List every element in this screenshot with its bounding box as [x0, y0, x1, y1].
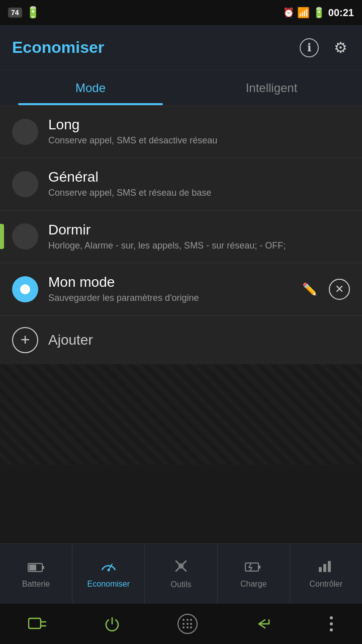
battery-icon: 🔋 [26, 6, 40, 19]
status-right: ⏰ 📶 🔋 00:21 [283, 7, 354, 19]
item-text-long: Long Conserve appel, SMS et désactive ré… [48, 117, 350, 146]
settings-button[interactable]: ⚙ [331, 38, 350, 57]
app-bar: Economiser ℹ ⚙ [0, 25, 362, 70]
svg-point-17 [330, 622, 333, 625]
tab-intelligent[interactable]: Intelligent [181, 70, 362, 105]
back-button[interactable] [28, 617, 46, 631]
item-text-mon-mode: Mon mode Sauvegarder les paramètres d'or… [48, 274, 299, 304]
item-title-general: Général [48, 169, 350, 185]
nav-item-charge[interactable]: Charge [218, 544, 290, 604]
nav-item-controler[interactable]: Contrôler [290, 544, 362, 604]
home-grid [183, 619, 193, 629]
empty-area [0, 364, 362, 465]
back-arrow-button[interactable] [254, 617, 272, 631]
item-subtitle-mon-mode: Sauvegarder les paramètres d'origine [48, 292, 299, 304]
item-text-general: Général Conserve appel, SMS et réseau de… [48, 169, 350, 199]
gear-icon: ⚙ [334, 39, 347, 56]
item-text-dormir: Dormir Horloge, Alarme - sur, les appels… [48, 222, 350, 252]
nav-item-outils[interactable]: Outils [145, 544, 217, 604]
svg-rect-11 [323, 564, 326, 572]
item-subtitle-long: Conserve appel, SMS et désactive réseau [48, 135, 350, 146]
svg-rect-9 [258, 566, 260, 569]
charge-nav-icon [245, 559, 262, 577]
add-circle-icon: + [12, 327, 38, 353]
nav-item-economiser[interactable]: Economiser [72, 544, 145, 604]
status-left: 74 🔋 [8, 6, 40, 19]
green-accent [0, 224, 4, 249]
tabs: Mode Intelligent [0, 70, 362, 106]
item-subtitle-general: Conserve appel, SMS et réseau de base [48, 187, 350, 199]
mode-list: Long Conserve appel, SMS et désactive ré… [0, 106, 362, 364]
item-subtitle-dormir: Horloge, Alarme - sur, les appels, SMS -… [48, 240, 350, 252]
svg-rect-2 [29, 565, 36, 571]
edit-button[interactable]: ✏️ [299, 278, 321, 300]
charge-icon: 🔋 [313, 7, 325, 19]
delete-button[interactable]: ✕ [329, 279, 350, 300]
batterie-label: Batterie [22, 580, 50, 589]
time-display: 00:21 [328, 7, 354, 19]
economiser-label: Economiser [87, 580, 130, 589]
batterie-icon [28, 559, 45, 577]
power-button[interactable] [103, 615, 121, 633]
svg-point-18 [330, 628, 333, 631]
add-label: Ajouter [48, 332, 93, 348]
svg-rect-10 [319, 567, 322, 572]
outils-icon [173, 558, 189, 577]
list-item-add[interactable]: + Ajouter [0, 316, 362, 364]
list-item-general[interactable]: Général Conserve appel, SMS et réseau de… [0, 158, 362, 210]
radio-inner [20, 284, 30, 294]
radio-dormir [12, 223, 38, 250]
list-item-mon-mode[interactable]: Mon mode Sauvegarder les paramètres d'or… [0, 263, 362, 315]
item-title-long: Long [48, 117, 350, 133]
tab-mode[interactable]: Mode [0, 70, 181, 105]
alarm-icon: ⏰ [283, 7, 294, 18]
radio-long [12, 119, 38, 145]
svg-point-4 [107, 569, 110, 572]
info-icon: ℹ [307, 41, 311, 54]
app-title: Economiser [12, 38, 104, 57]
signal-icon: 📶 [297, 7, 310, 19]
charge-label: Charge [240, 580, 266, 589]
home-button[interactable] [177, 614, 198, 634]
svg-rect-13 [29, 618, 41, 628]
nav-item-batterie[interactable]: Batterie [0, 544, 72, 604]
controler-label: Contrôler [310, 580, 343, 589]
status-badge: 74 [8, 8, 22, 18]
bottom-nav: Batterie Economiser Outils [0, 543, 362, 604]
item-title-dormir: Dormir [48, 222, 350, 238]
sys-nav [0, 604, 362, 644]
outils-label: Outils [171, 580, 192, 589]
top-icons: ℹ ⚙ [300, 38, 350, 57]
economiser-icon [100, 559, 117, 577]
item-title-mon-mode: Mon mode [48, 274, 299, 290]
svg-rect-1 [42, 566, 44, 569]
controler-icon [318, 559, 333, 577]
item-actions-mon-mode: ✏️ ✕ [299, 278, 350, 300]
status-bar: 74 🔋 ⏰ 📶 🔋 00:21 [0, 0, 362, 25]
radio-mon-mode [12, 276, 38, 302]
info-button[interactable]: ℹ [300, 38, 319, 57]
list-item-dormir[interactable]: Dormir Horloge, Alarme - sur, les appels… [0, 211, 362, 263]
svg-rect-12 [328, 561, 331, 572]
list-item-long[interactable]: Long Conserve appel, SMS et désactive ré… [0, 106, 362, 158]
more-button[interactable] [329, 615, 334, 633]
svg-point-16 [330, 616, 333, 619]
radio-general [12, 171, 38, 197]
